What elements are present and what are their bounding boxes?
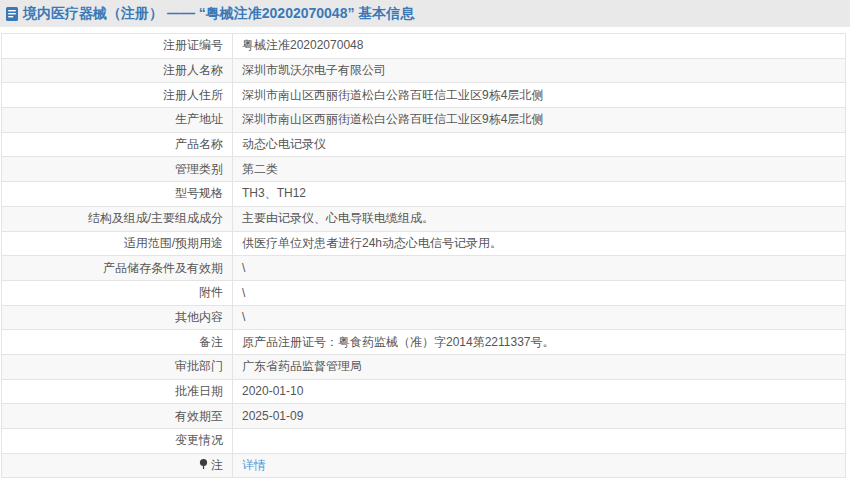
row-label-text: 备注 <box>199 335 223 349</box>
row-value: 2025-01-09 <box>233 404 846 429</box>
row-label: 产品名称 <box>2 132 233 157</box>
row-value: 主要由记录仪、心电导联电缆组成。 <box>233 206 846 231</box>
table-row: 有效期至2025-01-09 <box>2 404 846 429</box>
row-label-text: 注册人住所 <box>163 88 223 102</box>
row-value: 深圳市南山区西丽街道松白公路百旺信工业区9栋4层北侧 <box>233 108 846 133</box>
row-label-text: 注册人名称 <box>163 63 223 77</box>
row-value-text: \ <box>242 261 245 275</box>
row-label: 注册人住所 <box>2 83 233 108</box>
row-label: 管理类别 <box>2 157 233 182</box>
row-value: \ <box>233 256 846 281</box>
row-value-text: 主要由记录仪、心电导联电缆组成。 <box>242 211 434 225</box>
row-label: 适用范围/预期用途 <box>2 231 233 256</box>
row-value: TH3、TH12 <box>233 182 846 207</box>
table-row: 注册人住所深圳市南山区西丽街道松白公路百旺信工业区9栋4层北侧 <box>2 83 846 108</box>
table-row: 审批部门广东省药品监督管理局 <box>2 354 846 379</box>
row-label-text: 批准日期 <box>175 384 223 398</box>
row-value: 粤械注准20202070048 <box>233 34 846 59</box>
row-value-text: 2025-01-09 <box>242 409 303 423</box>
row-value-text: 供医疗单位对患者进行24h动态心电信号记录用。 <box>242 236 502 250</box>
row-value: \ <box>233 305 846 330</box>
row-label-text: 审批部门 <box>175 359 223 373</box>
details-link[interactable]: 详情 <box>242 458 266 472</box>
row-label: 注 <box>2 453 233 478</box>
row-label-text: 有效期至 <box>175 409 223 423</box>
row-value-text: \ <box>242 310 245 324</box>
table-row: 型号规格TH3、TH12 <box>2 182 846 207</box>
row-label-text: 生产地址 <box>175 112 223 126</box>
row-label-text: 适用范围/预期用途 <box>124 236 223 250</box>
row-value-text: 第二类 <box>242 162 278 176</box>
row-label: 结构及组成/主要组成成分 <box>2 206 233 231</box>
row-label-text: 型号规格 <box>175 186 223 200</box>
row-value: 第二类 <box>233 157 846 182</box>
page-header: 境内医疗器械（注册） —— “粤械注准20202070048” 基本信息 <box>0 0 850 27</box>
row-label: 有效期至 <box>2 404 233 429</box>
table-row: 生产地址深圳市南山区西丽街道松白公路百旺信工业区9栋4层北侧 <box>2 108 846 133</box>
table-row: 注册证编号粤械注准20202070048 <box>2 34 846 59</box>
row-label-text: 附件 <box>199 285 223 299</box>
row-label: 生产地址 <box>2 108 233 133</box>
table-row: 产品储存条件及有效期\ <box>2 256 846 281</box>
row-value-text: 广东省药品监督管理局 <box>242 359 362 373</box>
table-row: 适用范围/预期用途供医疗单位对患者进行24h动态心电信号记录用。 <box>2 231 846 256</box>
table-row: 产品名称动态心电记录仪 <box>2 132 846 157</box>
row-label: 注册证编号 <box>2 34 233 59</box>
row-value-text: 动态心电记录仪 <box>242 137 326 151</box>
row-label: 审批部门 <box>2 354 233 379</box>
row-label: 产品储存条件及有效期 <box>2 256 233 281</box>
table-row: 变更情况 <box>2 429 846 454</box>
row-label: 注册人名称 <box>2 58 233 83</box>
row-value <box>233 429 846 454</box>
row-value-text: \ <box>242 286 245 300</box>
row-value-text: 2020-01-10 <box>242 384 303 398</box>
row-label: 附件 <box>2 280 233 305</box>
row-value: 原产品注册证号：粤食药监械（准）字2014第2211337号。 <box>233 330 846 355</box>
row-label-text: 变更情况 <box>175 433 223 447</box>
row-label-text: 管理类别 <box>175 162 223 176</box>
row-value-text: 原产品注册证号：粤食药监械（准）字2014第2211337号。 <box>242 335 555 349</box>
row-value: 广东省药品监督管理局 <box>233 354 846 379</box>
table-row: 附件\ <box>2 280 846 305</box>
row-value-text: 粤械注准20202070048 <box>242 38 363 52</box>
table-body: 注册证编号粤械注准20202070048注册人名称深圳市凯沃尔电子有限公司注册人… <box>2 34 846 478</box>
row-value-text: 深圳市南山区西丽街道松白公路百旺信工业区9栋4层北侧 <box>242 88 543 102</box>
row-label: 备注 <box>2 330 233 355</box>
table-row: 注册人名称深圳市凯沃尔电子有限公司 <box>2 58 846 83</box>
page-title: 境内医疗器械（注册） —— “粤械注准20202070048” 基本信息 <box>23 5 414 23</box>
table-row: 批准日期2020-01-10 <box>2 379 846 404</box>
row-value: 2020-01-10 <box>233 379 846 404</box>
registration-info-table: 注册证编号粤械注准20202070048注册人名称深圳市凯沃尔电子有限公司注册人… <box>1 33 846 478</box>
row-value-text: 深圳市南山区西丽街道松白公路百旺信工业区9栋4层北侧 <box>242 112 543 126</box>
row-value-text: TH3、TH12 <box>242 186 306 200</box>
row-label: 批准日期 <box>2 379 233 404</box>
row-label-text: 产品名称 <box>175 137 223 151</box>
row-label-text: 注册证编号 <box>163 38 223 52</box>
table-row: 注详情 <box>2 453 846 478</box>
row-value: 深圳市南山区西丽街道松白公路百旺信工业区9栋4层北侧 <box>233 83 846 108</box>
row-label-text: 产品储存条件及有效期 <box>103 261 223 275</box>
row-label: 型号规格 <box>2 182 233 207</box>
row-label-text: 其他内容 <box>175 310 223 324</box>
row-value: 供医疗单位对患者进行24h动态心电信号记录用。 <box>233 231 846 256</box>
document-icon <box>5 6 20 22</box>
row-label-text: 结构及组成/主要组成成分 <box>88 211 223 225</box>
row-value: \ <box>233 280 846 305</box>
row-value: 动态心电记录仪 <box>233 132 846 157</box>
table-row: 其他内容\ <box>2 305 846 330</box>
pin-icon <box>198 458 209 470</box>
row-label: 变更情况 <box>2 429 233 454</box>
table-row: 管理类别第二类 <box>2 157 846 182</box>
row-value: 深圳市凯沃尔电子有限公司 <box>233 58 846 83</box>
row-label: 其他内容 <box>2 305 233 330</box>
row-value-text: 深圳市凯沃尔电子有限公司 <box>242 63 386 77</box>
table-row: 备注原产品注册证号：粤食药监械（准）字2014第2211337号。 <box>2 330 846 355</box>
row-value: 详情 <box>233 453 846 478</box>
row-label-text: 注 <box>211 458 223 472</box>
table-row: 结构及组成/主要组成成分主要由记录仪、心电导联电缆组成。 <box>2 206 846 231</box>
